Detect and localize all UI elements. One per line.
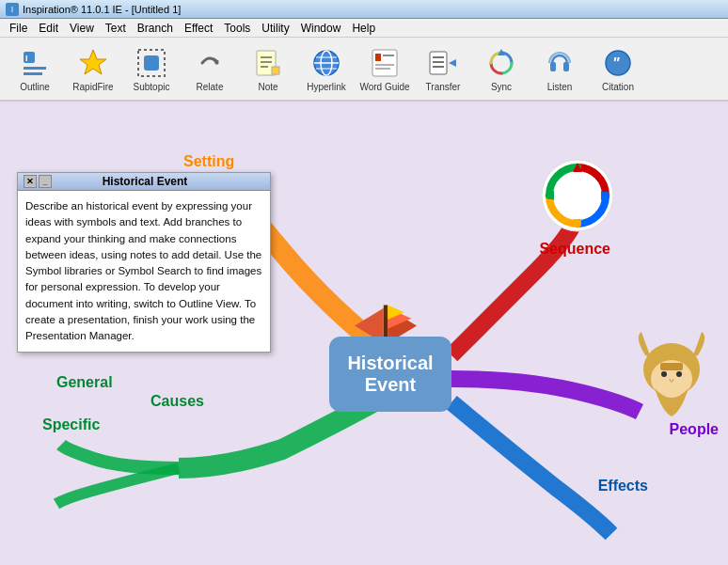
- popup-close-btn[interactable]: ✕: [24, 175, 37, 188]
- rapidfire-icon: [76, 46, 110, 80]
- wordguide-button[interactable]: Word Guide: [357, 40, 412, 97]
- relate-label: Relate: [197, 82, 224, 92]
- note-label: Note: [258, 82, 277, 92]
- outline-icon: I: [18, 46, 52, 80]
- popup-body-text: Describe an historical event by expressi…: [25, 200, 261, 341]
- svg-point-41: [676, 371, 682, 377]
- canvas: Setting Sequence People General Causes S…: [0, 102, 728, 565]
- setting-label[interactable]: Setting: [183, 153, 234, 170]
- title-bar: I Inspiration® 11.0.1 IE - [Untitled 1]: [0, 0, 728, 19]
- note-button[interactable]: Note: [241, 40, 295, 97]
- menu-item-branch[interactable]: Branch: [132, 20, 179, 37]
- sequence-icon: [540, 158, 615, 233]
- popup-minimize-btn[interactable]: _: [39, 175, 52, 188]
- sync-icon: [484, 46, 518, 80]
- svg-rect-23: [430, 52, 447, 74]
- svg-marker-27: [449, 59, 456, 67]
- menu-item-view[interactable]: View: [64, 20, 100, 37]
- causes-label[interactable]: Causes: [150, 393, 204, 410]
- hyperlink-label: Hyperlink: [307, 82, 346, 92]
- outline-label: Outline: [20, 82, 50, 92]
- toolbar: IOutlineRapidFireSubtopicRelateNoteHyper…: [0, 38, 728, 102]
- svg-rect-12: [272, 67, 279, 74]
- outline-button[interactable]: IOutline: [8, 40, 62, 97]
- sync-label: Sync: [491, 82, 512, 92]
- listen-label: Listen: [547, 82, 573, 92]
- citation-icon: ": [601, 46, 635, 80]
- svg-rect-42: [660, 363, 683, 370]
- relate-button[interactable]: Relate: [182, 40, 237, 97]
- note-icon: [251, 46, 285, 80]
- menu-item-tools[interactable]: Tools: [218, 20, 256, 37]
- sequence-label[interactable]: Sequence: [539, 241, 610, 258]
- menu-item-help[interactable]: Help: [346, 20, 381, 37]
- transfer-button[interactable]: Transfer: [416, 40, 470, 97]
- transfer-icon: [426, 46, 460, 80]
- rapidfire-label: RapidFire: [72, 82, 113, 92]
- svg-text:": ": [612, 55, 620, 71]
- effects-label[interactable]: Effects: [598, 478, 648, 494]
- transfer-label: Transfer: [426, 82, 461, 92]
- people-icon: [634, 327, 709, 440]
- svg-marker-4: [80, 50, 106, 74]
- menu-item-text[interactable]: Text: [100, 20, 132, 37]
- menu-item-utility[interactable]: Utility: [256, 20, 294, 37]
- central-node[interactable]: HistoricalEvent: [329, 337, 451, 412]
- svg-rect-1: [24, 67, 46, 70]
- listen-icon: [543, 46, 577, 80]
- menu-item-file[interactable]: File: [4, 20, 33, 37]
- wordguide-icon: [368, 46, 402, 80]
- citation-button[interactable]: "Citation: [591, 40, 645, 97]
- app-icon: I: [6, 3, 19, 16]
- menu-item-effect[interactable]: Effect: [179, 20, 218, 37]
- sync-button[interactable]: Sync: [474, 40, 529, 97]
- svg-rect-6: [144, 55, 159, 71]
- svg-rect-30: [563, 62, 569, 71]
- hyperlink-button[interactable]: Hyperlink: [299, 40, 354, 97]
- listen-button[interactable]: Listen: [532, 40, 587, 97]
- rapidfire-button[interactable]: RapidFire: [66, 40, 120, 97]
- menu-item-edit[interactable]: Edit: [33, 20, 64, 37]
- svg-text:I: I: [25, 54, 28, 63]
- svg-rect-2: [24, 72, 42, 75]
- hyperlink-icon: [309, 46, 343, 80]
- wordguide-label: Word Guide: [359, 82, 409, 92]
- popup-title: Historical Event: [103, 175, 188, 188]
- popup-controls[interactable]: ✕ _: [24, 175, 52, 188]
- specific-label[interactable]: Specific: [42, 416, 100, 433]
- title-text: Inspiration® 11.0.1 IE - [Untitled 1]: [23, 4, 181, 15]
- info-popup: ✕ _ Historical Event Describe an histori…: [17, 172, 271, 353]
- general-label[interactable]: General: [56, 374, 113, 391]
- subtopic-button[interactable]: Subtopic: [124, 40, 179, 97]
- menu-bar: FileEditViewTextBranchEffectToolsUtility…: [0, 19, 728, 38]
- central-node-text: HistoricalEvent: [347, 353, 433, 396]
- citation-label: Citation: [602, 82, 634, 92]
- subtopic-icon: [135, 46, 168, 80]
- svg-rect-19: [375, 54, 381, 61]
- menu-item-window[interactable]: Window: [295, 20, 347, 37]
- svg-point-40: [661, 371, 667, 377]
- subtopic-label: Subtopic: [134, 82, 170, 92]
- svg-rect-29: [550, 62, 556, 71]
- popup-header: ✕ _ Historical Event: [18, 173, 270, 191]
- relate-icon: [193, 46, 227, 80]
- popup-body: Describe an historical event by expressi…: [18, 191, 270, 352]
